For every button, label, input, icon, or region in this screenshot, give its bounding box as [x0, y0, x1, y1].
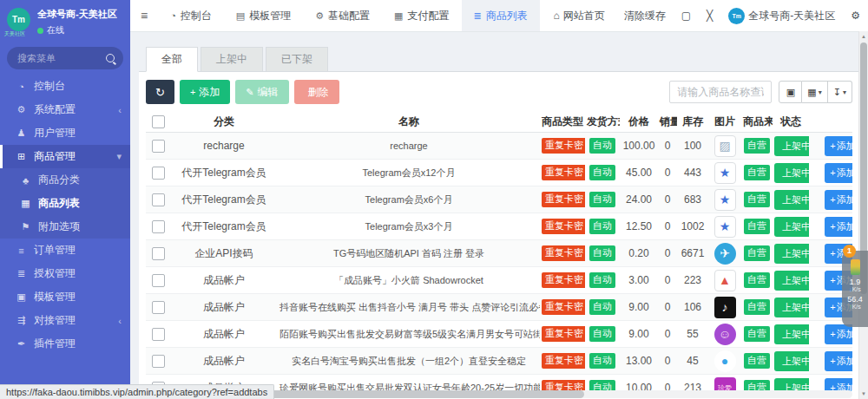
browse-icon: ▣	[786, 87, 795, 98]
status-button[interactable]: 上架中	[774, 378, 809, 392]
sidebar-item-label: 商品管理	[34, 149, 116, 164]
sidebar-item[interactable]: ⇶ 对接管理 ‹	[0, 309, 130, 332]
table-row: recharge recharge 重复卡密 自动 100.00 0 100	[146, 133, 852, 160]
checkbox-cell	[146, 213, 170, 240]
row-checkbox[interactable]	[152, 167, 165, 180]
user-menu[interactable]: Tm 全球号商-天美社区	[720, 0, 843, 31]
name-cell: 珍爱网账号购买出售交易批发双认证女号年龄20-25岁一切功能正常直登	[278, 375, 540, 392]
plus-icon: +	[830, 302, 835, 312]
search-toggle-button[interactable]: ▣	[779, 81, 802, 103]
image-cell: ☺	[708, 321, 741, 348]
nav-tab[interactable]: ≣ 商品列表	[462, 0, 540, 31]
home-link[interactable]: ⌂ 网站首页	[545, 0, 612, 31]
add-button[interactable]: + 添加	[180, 80, 230, 104]
filter-tab[interactable]: 上架中	[201, 47, 263, 72]
row-checkbox[interactable]	[152, 140, 165, 153]
row-checkbox[interactable]	[152, 193, 165, 206]
sidebar-item[interactable]: ⚑ 附加选项	[0, 215, 130, 239]
logo: Tm	[7, 8, 30, 31]
sidebar-item-label: 订单管理	[34, 243, 122, 258]
plus-icon: +	[830, 356, 835, 366]
filter-tab[interactable]: 已下架	[266, 47, 328, 72]
add-stock-button[interactable]: +添加库存	[825, 190, 852, 210]
doc-button[interactable]: ▢	[674, 0, 699, 31]
content-area: 全部 上架中 已下架 ↻ + 添加 ✎ 编辑	[139, 31, 859, 399]
row-checkbox[interactable]	[152, 355, 165, 368]
status-cell: 上架中	[773, 213, 809, 240]
image-cell: ★	[708, 160, 741, 186]
vertical-scrollbar[interactable]: ▲ ▼	[858, 31, 868, 399]
status-button[interactable]: 上架中	[774, 163, 809, 183]
name-cell: recharge	[278, 133, 540, 160]
add-stock-button[interactable]: +添加库存	[825, 163, 852, 183]
select-all-checkbox[interactable]	[152, 115, 165, 128]
sidebar-item[interactable]: ≡ 订单管理	[0, 239, 130, 262]
net-speed-widget[interactable]: 1 1.9 ↓K/s 56.4 ↑K/s	[842, 251, 868, 327]
price-cell: 9.00	[620, 321, 658, 348]
nav-tab[interactable]: ◔ 控制台	[158, 0, 224, 31]
filter-tab[interactable]: 全部	[146, 47, 198, 72]
nav-tab[interactable]: ⚙ 基础配置	[303, 0, 382, 31]
status-button[interactable]: 上架中	[774, 136, 809, 156]
scroll-up-arrow-icon[interactable]: ▲	[859, 32, 868, 41]
nav-tab[interactable]: ▤ 模板管理	[224, 0, 303, 31]
stock-cell: 1002	[677, 213, 708, 240]
add-stock-button[interactable]: +添加库存	[825, 351, 852, 371]
edit-button[interactable]: ✎ 编辑	[235, 80, 288, 104]
add-stock-label: 添加库存	[837, 328, 852, 341]
action-cell: +添加库存	[809, 160, 852, 186]
scroll-down-arrow-icon[interactable]: ▼	[859, 389, 868, 398]
delete-button[interactable]: 删除	[294, 80, 339, 104]
plus-icon: +	[830, 248, 835, 258]
type-cell: 重复卡密	[540, 375, 585, 392]
add-stock-button[interactable]: +添加库存	[825, 378, 852, 392]
sidebar-item[interactable]: ⚙ 系统配置 ‹	[0, 98, 130, 121]
template-icon: ▣	[15, 291, 28, 303]
add-stock-button[interactable]: +添加库存	[825, 136, 852, 156]
add-stock-label: 添加库存	[837, 355, 852, 368]
plus-icon: +	[830, 141, 835, 151]
status-button[interactable]: 上架中	[774, 324, 809, 344]
sidebar-item[interactable]: ♣ 商品分类	[0, 168, 130, 192]
row-checkbox[interactable]	[152, 220, 165, 233]
status-button[interactable]: 上架中	[774, 271, 809, 291]
status-button[interactable]: 上架中	[774, 244, 809, 264]
sidebar-item[interactable]: ♟ 用户管理	[0, 121, 130, 145]
fullscreen-button[interactable]: ╳	[699, 0, 720, 31]
row-checkbox[interactable]	[152, 301, 165, 314]
sidebar-item[interactable]: ▣ 模板管理	[0, 285, 130, 309]
status-button[interactable]: 上架中	[774, 217, 809, 237]
sidebar-item[interactable]: ◔ 控制台	[0, 75, 130, 98]
brand-text: 全球号商-天美社区 在线	[37, 8, 117, 36]
search-icon	[106, 54, 115, 62]
add-stock-button[interactable]: +添加库存	[825, 217, 852, 237]
export-button[interactable]: ↧ ▾	[828, 81, 852, 103]
sidebar-item[interactable]: ⊞ 商品管理 ▾	[0, 145, 130, 168]
row-checkbox[interactable]	[152, 274, 165, 287]
nav-tab[interactable]: ▦ 支付配置	[382, 0, 461, 31]
menu-toggle-icon[interactable]: ≡	[130, 9, 158, 23]
settings-button[interactable]: ⚙	[843, 0, 868, 31]
stock-cell: 443	[677, 160, 708, 186]
row-checkbox[interactable]	[152, 328, 165, 341]
name-cell: Telegram会员x3个月	[278, 213, 540, 240]
product-search-input[interactable]	[669, 81, 772, 103]
status-button[interactable]: 上架中	[774, 190, 809, 210]
brand[interactable]: Tm 天美社区 全球号商-天美社区 在线	[0, 0, 130, 38]
plus-icon: +	[830, 194, 835, 205]
fullscreen-icon: ╳	[707, 10, 713, 22]
sidebar-item[interactable]: ▦ 商品列表	[0, 192, 130, 215]
table-row: 代开Telegram会员 Telegram会员x12个月 重复卡密 自动 45.…	[146, 160, 852, 186]
refresh-button[interactable]: ↻	[146, 80, 174, 104]
row-checkbox[interactable]	[152, 247, 165, 260]
export-icon: ↧	[833, 87, 841, 98]
columns-button[interactable]: ▦ ▾	[802, 81, 827, 103]
menu-search-input[interactable]	[16, 52, 101, 64]
sidebar-item[interactable]: ✒ 插件管理	[0, 332, 130, 356]
source-badge: 自营	[744, 353, 770, 369]
status-button[interactable]: 上架中	[774, 298, 809, 317]
status-button[interactable]: 上架中	[774, 351, 809, 371]
sidebar-item[interactable]: ≣ 授权管理	[0, 262, 130, 285]
clear-cache-link[interactable]: 清除缓存	[613, 0, 674, 31]
table-row: 成品帐户 抖音账号在线购买 出售抖音小号 满月号 带头 点赞评论引流必备直登 重…	[146, 294, 852, 321]
